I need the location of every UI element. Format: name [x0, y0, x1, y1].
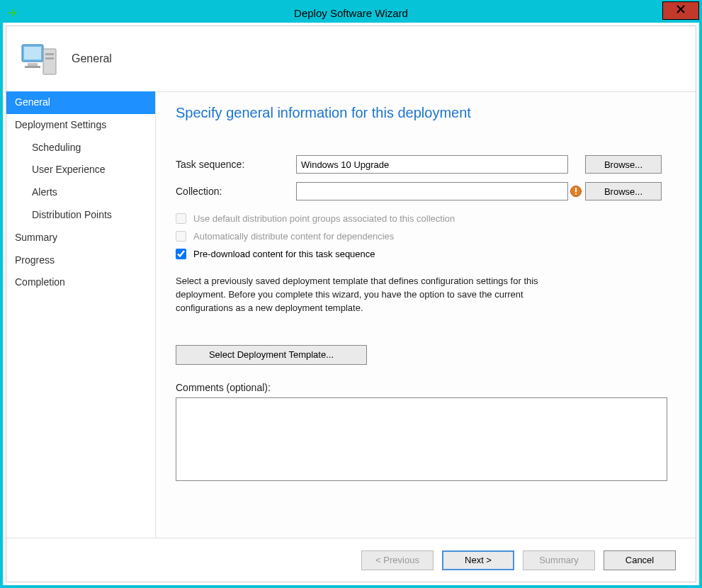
- window-title: Deploy Software Wizard: [294, 7, 408, 19]
- browse-collection-button[interactable]: Browse...: [585, 182, 662, 200]
- header-banner: General: [6, 26, 696, 91]
- sidebar-item-distribution-points[interactable]: Distribution Points: [6, 204, 155, 227]
- warning-icon: [570, 185, 582, 198]
- comments-label: Comments (optional):: [176, 382, 676, 393]
- select-template-button[interactable]: Select Deployment Template...: [176, 345, 367, 365]
- svg-rect-9: [575, 193, 577, 195]
- check-default-dp-row: Use default distribution point groups as…: [176, 213, 676, 224]
- sidebar-item-deployment-settings[interactable]: Deployment Settings: [6, 114, 155, 137]
- check-predownload[interactable]: [176, 249, 186, 259]
- sidebar-item-completion[interactable]: Completion: [6, 271, 155, 294]
- check-predownload-label: Pre-download content for this task seque…: [193, 249, 375, 259]
- check-predownload-row: Pre-download content for this task seque…: [176, 249, 676, 259]
- summary-button: Summary: [523, 550, 595, 570]
- sidebar-item-label: General: [15, 96, 50, 108]
- svg-rect-1: [24, 47, 41, 60]
- sidebar-item-label: Alerts: [32, 186, 57, 198]
- task-sequence-row: Task sequence: Browse...: [176, 155, 676, 174]
- collection-label: Collection:: [176, 186, 296, 197]
- previous-button: < Previous: [361, 550, 434, 570]
- task-sequence-input[interactable]: [296, 155, 568, 174]
- check-auto-dist-label: Automatically distribute content for dep…: [193, 231, 394, 242]
- sidebar-item-label: Distribution Points: [32, 209, 112, 220]
- svg-rect-6: [45, 57, 54, 60]
- svg-rect-3: [25, 66, 40, 68]
- wizard-window: Deploy Software Wizard General: [0, 0, 702, 588]
- next-button[interactable]: Next >: [442, 550, 514, 570]
- header-label: General: [72, 52, 112, 65]
- wizard-body: General General Deployment Settings Sche…: [6, 26, 696, 582]
- check-default-dp-label: Use default distribution point groups as…: [193, 213, 455, 224]
- main-panel: Specify general information for this dep…: [155, 91, 696, 538]
- sidebar: General Deployment Settings Scheduling U…: [6, 91, 155, 538]
- comments-textarea[interactable]: [176, 397, 667, 481]
- browse-task-sequence-button[interactable]: Browse...: [585, 155, 662, 174]
- computer-icon: [21, 40, 57, 77]
- sidebar-item-summary[interactable]: Summary: [6, 227, 155, 249]
- svg-rect-8: [575, 188, 577, 192]
- close-button[interactable]: [662, 1, 699, 20]
- forward-arrow-icon: [6, 6, 20, 20]
- check-default-dp: [176, 213, 186, 224]
- sidebar-item-label: Deployment Settings: [15, 119, 106, 130]
- sidebar-item-general[interactable]: General: [6, 91, 155, 114]
- collection-input[interactable]: [296, 182, 568, 200]
- collection-row: Collection: Browse...: [176, 182, 676, 200]
- check-auto-dist: [176, 231, 186, 242]
- sidebar-item-label: Scheduling: [32, 142, 81, 153]
- content-area: General Deployment Settings Scheduling U…: [6, 91, 696, 538]
- svg-rect-2: [28, 63, 38, 66]
- sidebar-item-alerts[interactable]: Alerts: [6, 181, 155, 204]
- sidebar-item-scheduling[interactable]: Scheduling: [6, 137, 155, 159]
- help-text: Select a previously saved deployment tem…: [176, 275, 572, 315]
- sidebar-item-label: Completion: [15, 276, 65, 288]
- sidebar-item-progress[interactable]: Progress: [6, 249, 155, 272]
- titlebar: Deploy Software Wizard: [3, 3, 699, 23]
- sidebar-item-label: Progress: [15, 254, 55, 266]
- svg-rect-4: [43, 49, 56, 74]
- page-heading: Specify general information for this dep…: [176, 105, 676, 121]
- cancel-button[interactable]: Cancel: [604, 550, 676, 570]
- sidebar-item-label: User Experience: [32, 164, 106, 175]
- check-auto-dist-row: Automatically distribute content for dep…: [176, 231, 676, 242]
- footer: < Previous Next > Summary Cancel: [6, 538, 696, 582]
- sidebar-item-user-experience[interactable]: User Experience: [6, 159, 155, 181]
- svg-rect-5: [45, 53, 54, 55]
- close-icon: [676, 4, 686, 17]
- task-sequence-label: Task sequence:: [176, 159, 296, 170]
- sidebar-item-label: Summary: [15, 232, 57, 243]
